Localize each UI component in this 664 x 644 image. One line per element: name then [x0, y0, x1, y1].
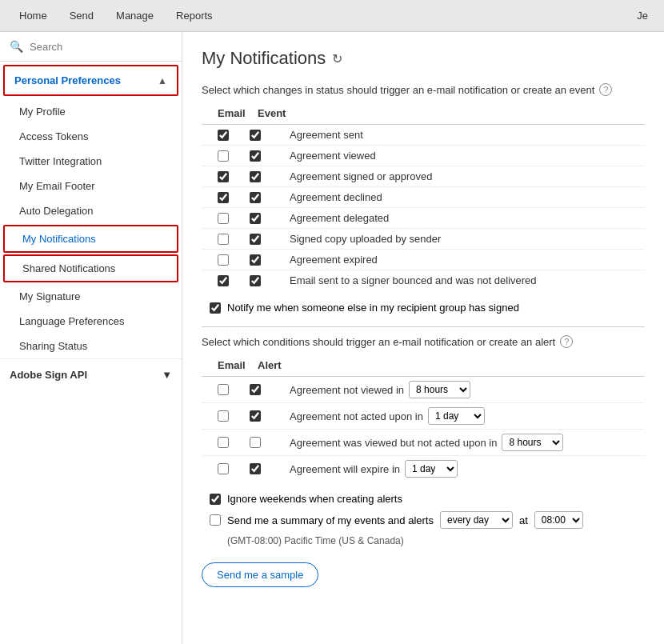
- will-expire-dropdown[interactable]: 1 day 2 days 3 days: [405, 460, 458, 478]
- alert-checkbox-not-acted[interactable]: [250, 410, 261, 422]
- email-checkbox-not-viewed[interactable]: [218, 384, 229, 395]
- table-row: Agreement was viewed but not acted upon …: [202, 430, 645, 456]
- table-row: Agreement not acted upon in 1 day 4 hour…: [202, 403, 645, 430]
- alert-checkbox-viewed-not-acted[interactable]: [250, 437, 261, 448]
- event-checkbox-agreement-viewed[interactable]: [250, 150, 261, 162]
- personal-preferences-section: Personal Preferences ▲ My Profile Access…: [0, 65, 182, 359]
- ignore-weekends-checkbox[interactable]: [210, 494, 221, 505]
- email-checkbox-agreement-sent[interactable]: [218, 130, 229, 141]
- table-row: Agreement expired: [202, 250, 645, 270]
- search-input[interactable]: [30, 41, 172, 53]
- nav-reports[interactable]: Reports: [165, 0, 224, 32]
- email-checkbox-agreement-delegated[interactable]: [218, 213, 229, 224]
- email-checkbox-bounced[interactable]: [218, 275, 229, 286]
- table-row: Agreement declined: [202, 187, 645, 208]
- adobe-sign-api-section[interactable]: Adobe Sign API ▼: [0, 359, 182, 390]
- summary-label: Send me a summary of my events and alert…: [227, 514, 434, 526]
- alert-checkbox-will-expire[interactable]: [250, 463, 261, 474]
- sidebar-item-email-footer[interactable]: My Email Footer: [0, 174, 182, 198]
- status-help-icon[interactable]: ?: [599, 83, 612, 96]
- notif-label-agreement-expired: Agreement expired: [290, 254, 378, 266]
- main-content: My Notifications ↻ Select which changes …: [182, 32, 664, 644]
- conditions-table: Agreement not viewed in 8 hours 4 hours …: [202, 376, 645, 482]
- adobe-sign-api-label: Adobe Sign API: [10, 369, 87, 381]
- email-checkbox-viewed-not-acted[interactable]: [218, 437, 229, 448]
- ignore-weekends-label: Ignore weekends when creating alerts: [227, 493, 402, 505]
- refresh-icon[interactable]: ↻: [332, 51, 342, 66]
- conditions-section: Select which conditions should trigger a…: [202, 335, 645, 587]
- notify-group-signed-row: Notify me when someone else in my recipi…: [202, 302, 645, 314]
- table-row: Agreement signed or approved: [202, 166, 645, 187]
- condition-label-not-viewed: Agreement not viewed in 8 hours 4 hours …: [290, 381, 470, 398]
- sidebar-item-access-tokens[interactable]: Access Tokens: [0, 124, 182, 149]
- notification-table: Agreement sent Agreement viewed Agreemen…: [202, 124, 645, 290]
- sidebar-item-my-signature[interactable]: My Signature: [0, 284, 182, 309]
- notify-group-signed-label: Notify me when someone else in my recipi…: [227, 302, 519, 314]
- event-checkbox-agreement-sent[interactable]: [250, 130, 261, 141]
- sidebar-item-shared-notifications[interactable]: Shared Notifications: [3, 254, 178, 282]
- sidebar-item-twitter-integration[interactable]: Twitter Integration: [0, 149, 182, 174]
- conditions-help-icon[interactable]: ?: [560, 335, 573, 348]
- col-email-header: Email: [218, 107, 258, 119]
- status-col-headers: Email Event: [202, 104, 645, 124]
- personal-preferences-header[interactable]: Personal Preferences ▲: [3, 65, 178, 96]
- section-divider: [202, 326, 645, 327]
- sidebar-item-sharing-status[interactable]: Sharing Status: [0, 334, 182, 358]
- chevron-up-icon: ▲: [158, 75, 167, 86]
- timezone-text: (GMT-08:00) Pacific Time (US & Canada): [202, 535, 645, 546]
- at-label: at: [519, 514, 528, 526]
- not-viewed-hours-dropdown[interactable]: 8 hours 4 hours 12 hours 1 day: [409, 381, 470, 398]
- email-checkbox-agreement-signed[interactable]: [218, 171, 229, 182]
- notif-label-signed-copy: Signed copy uploaded by sender: [290, 233, 441, 245]
- page-title: My Notifications: [202, 48, 326, 69]
- nav-send[interactable]: Send: [58, 0, 105, 32]
- sidebar-item-language-preferences[interactable]: Language Preferences: [0, 309, 182, 334]
- user-avatar[interactable]: Je: [629, 10, 656, 22]
- summary-row: Send me a summary of my events and alert…: [202, 511, 645, 529]
- search-icon: 🔍: [10, 40, 23, 53]
- summary-checkbox[interactable]: [210, 514, 221, 526]
- alert-col-headers: Email Alert: [202, 356, 645, 376]
- email-checkbox-agreement-declined[interactable]: [218, 192, 229, 203]
- notify-group-signed-checkbox[interactable]: [210, 302, 221, 314]
- sidebar-item-auto-delegation[interactable]: Auto Delegation: [0, 198, 182, 223]
- notif-label-agreement-delegated: Agreement delegated: [290, 212, 389, 224]
- status-section-description: Select which changes in status should tr…: [202, 83, 645, 96]
- table-row: Agreement will expire in 1 day 2 days 3 …: [202, 456, 645, 482]
- event-checkbox-agreement-declined[interactable]: [250, 192, 261, 203]
- alert-checkbox-not-viewed[interactable]: [250, 384, 261, 395]
- email-checkbox-will-expire[interactable]: [218, 463, 229, 474]
- event-checkbox-signed-copy[interactable]: [250, 234, 261, 245]
- table-row: Signed copy uploaded by sender: [202, 229, 645, 250]
- page-title-row: My Notifications ↻: [202, 48, 645, 69]
- condition-label-will-expire: Agreement will expire in 1 day 2 days 3 …: [290, 460, 458, 478]
- email-checkbox-not-acted[interactable]: [218, 410, 229, 422]
- email-checkbox-signed-copy[interactable]: [218, 234, 229, 245]
- top-navigation: Home Send Manage Reports Je: [0, 0, 664, 32]
- main-layout: 🔍 Personal Preferences ▲ My Profile Acce…: [0, 32, 664, 644]
- send-sample-button[interactable]: Send me a sample: [202, 562, 318, 587]
- email-checkbox-agreement-viewed[interactable]: [218, 150, 229, 162]
- event-checkbox-bounced[interactable]: [250, 275, 261, 286]
- nav-home[interactable]: Home: [8, 0, 58, 32]
- col-email-alert-header: Email: [218, 359, 258, 371]
- viewed-not-acted-dropdown[interactable]: 8 hours 4 hours 12 hours 1 day: [502, 434, 563, 451]
- event-checkbox-agreement-signed[interactable]: [250, 171, 261, 182]
- conditions-section-description: Select which conditions should trigger a…: [202, 335, 645, 348]
- not-acted-dropdown[interactable]: 1 day 4 hours 8 hours 2 days: [428, 407, 485, 425]
- table-row: Agreement sent: [202, 125, 645, 146]
- condition-label-viewed-not-acted: Agreement was viewed but not acted upon …: [290, 434, 563, 451]
- search-box[interactable]: 🔍: [0, 32, 182, 62]
- table-row: Agreement delegated: [202, 208, 645, 229]
- condition-label-not-acted: Agreement not acted upon in 1 day 4 hour…: [290, 407, 485, 425]
- table-row: Agreement not viewed in 8 hours 4 hours …: [202, 377, 645, 403]
- event-checkbox-agreement-expired[interactable]: [250, 254, 261, 266]
- summary-frequency-dropdown[interactable]: every day every week: [440, 511, 513, 529]
- summary-time-dropdown[interactable]: 08:00 09:00 12:00 18:00: [534, 511, 583, 529]
- email-checkbox-agreement-expired[interactable]: [218, 254, 229, 266]
- table-row: Agreement viewed: [202, 146, 645, 166]
- event-checkbox-agreement-delegated[interactable]: [250, 213, 261, 224]
- nav-manage[interactable]: Manage: [105, 0, 165, 32]
- sidebar-item-my-profile[interactable]: My Profile: [0, 99, 182, 124]
- sidebar-item-my-notifications[interactable]: My Notifications: [3, 225, 178, 253]
